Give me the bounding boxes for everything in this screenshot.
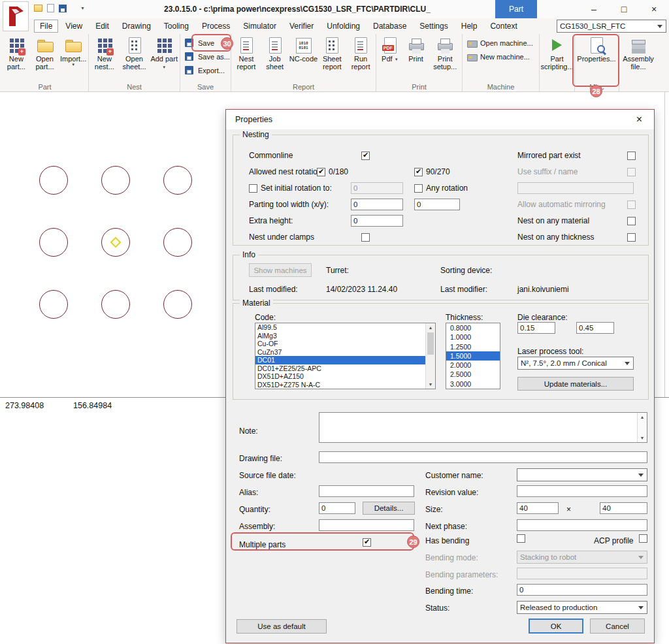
set-initial-rotation-checkbox[interactable] xyxy=(249,184,257,193)
menu-context[interactable]: Context xyxy=(484,20,523,33)
status-combo[interactable]: Released to production xyxy=(517,601,647,614)
drawing-file-field[interactable] xyxy=(319,451,647,463)
scroll-up-icon[interactable]: ▲ xyxy=(426,325,435,330)
menu-settings[interactable]: Settings xyxy=(414,20,453,33)
menu-database[interactable]: Database xyxy=(367,20,412,33)
ok-button[interactable]: OK xyxy=(529,619,583,634)
print-setup-button[interactable]: Print setup... xyxy=(429,35,461,71)
customer-name-combo[interactable] xyxy=(517,468,647,481)
sheet-report-button[interactable]: Sheet report xyxy=(318,35,346,71)
next-phase-field[interactable] xyxy=(517,519,647,531)
acp-profile-checkbox[interactable] xyxy=(639,534,647,543)
list-item[interactable]: 2.5000 xyxy=(446,370,500,379)
note-scrollbar[interactable]: ▲ ▼ xyxy=(637,413,647,442)
menu-simulator[interactable]: Simulator xyxy=(237,20,282,33)
list-item[interactable]: DX51D+AZ150 xyxy=(255,372,435,381)
die-clearance-field-1[interactable]: 0.15 xyxy=(517,322,555,334)
assembly-file-button[interactable]: Assembly file... xyxy=(620,35,657,71)
size-width-field[interactable]: 40 xyxy=(517,502,559,514)
code-list-scrollbar[interactable]: ▲ ▼ xyxy=(425,323,435,389)
size-height-field[interactable]: 40 xyxy=(600,502,647,514)
maximize-button[interactable]: □ xyxy=(609,0,639,18)
open-machine-button[interactable]: Open machine... xyxy=(463,36,538,50)
revision-value-field[interactable] xyxy=(517,485,647,497)
scroll-up-icon[interactable]: ▲ xyxy=(638,415,647,419)
pdf-button[interactable]: Pdf ▼ xyxy=(377,35,403,71)
nest-report-button[interactable]: Nest report xyxy=(232,35,261,71)
list-item[interactable]: DC01+ZE25/25-APC xyxy=(255,364,435,373)
mirrored-part-exist-checkbox[interactable] xyxy=(627,152,636,160)
list-item[interactable]: DX51D+Z275 N-A-C xyxy=(255,381,435,389)
note-field[interactable]: ▲ ▼ xyxy=(319,412,647,443)
parting-tool-x-field[interactable]: 0 xyxy=(351,199,403,210)
list-item-selected[interactable]: DC01 xyxy=(255,356,435,364)
list-item[interactable]: 3.0000 xyxy=(446,379,500,389)
window-titlebar[interactable]: ▼ 23.0.15.0 - c:\prima power\ncexpress\C… xyxy=(0,0,669,18)
scroll-down-icon[interactable]: ▼ xyxy=(638,436,647,440)
machine-select-combo[interactable]: CG1530_LSR_FTC xyxy=(557,20,666,33)
rotation-90-270-checkbox[interactable] xyxy=(414,168,423,176)
qa-open-icon[interactable] xyxy=(34,5,42,12)
has-bending-checkbox[interactable] xyxy=(517,534,525,543)
die-clearance-field-2[interactable]: 0.45 xyxy=(576,322,614,334)
list-item[interactable]: CuZn37 xyxy=(255,348,435,357)
details-button[interactable]: Details... xyxy=(363,502,415,515)
any-rotation-checkbox[interactable] xyxy=(414,184,423,193)
dialog-titlebar[interactable]: Properties × xyxy=(226,110,654,129)
nest-on-any-thickness-checkbox[interactable] xyxy=(627,233,636,242)
menu-tooling[interactable]: Tooling xyxy=(158,20,195,33)
extra-height-field[interactable]: 0 xyxy=(351,215,403,227)
close-button[interactable]: × xyxy=(639,0,669,18)
quantity-field[interactable]: 0 xyxy=(319,502,355,514)
menu-verifier[interactable]: Verifier xyxy=(284,20,319,33)
update-materials-button[interactable]: Update materials... xyxy=(517,377,634,391)
run-report-button[interactable]: Run report xyxy=(346,35,375,71)
parting-tool-y-field[interactable]: 0 xyxy=(414,199,460,210)
add-part-button[interactable]: Add part ▼ xyxy=(149,35,179,71)
part-scripting-button[interactable]: Part scripting... xyxy=(540,35,574,71)
list-item[interactable]: 1.0000 xyxy=(446,332,500,342)
part-circle[interactable] xyxy=(39,228,68,257)
list-item[interactable]: 1.2500 xyxy=(446,342,500,351)
job-sheet-button[interactable]: Job sheet xyxy=(261,35,289,71)
bending-time-field[interactable]: 0 xyxy=(517,584,647,596)
context-tab-part[interactable]: Part xyxy=(495,0,537,18)
qa-new-document-icon[interactable] xyxy=(47,4,54,12)
properties-button[interactable]: Properties... xyxy=(576,35,617,63)
list-item[interactable]: Al99.5 xyxy=(255,323,435,332)
part-circle[interactable] xyxy=(163,290,192,319)
cancel-button[interactable]: Cancel xyxy=(590,619,645,634)
menu-help[interactable]: Help xyxy=(455,20,483,33)
print-button[interactable]: Print xyxy=(403,35,429,71)
part-circle[interactable] xyxy=(101,166,130,195)
new-nest-button[interactable]: New nest... xyxy=(90,35,120,71)
nest-on-any-material-checkbox[interactable] xyxy=(627,217,636,225)
menu-file[interactable]: File xyxy=(34,20,58,33)
nest-under-clamps-checkbox[interactable] xyxy=(361,233,370,242)
material-code-listbox[interactable]: Al99.5 AlMg3 Cu-OF CuZn37 DC01 DC01+ZE25… xyxy=(255,323,436,389)
minimize-button[interactable]: – xyxy=(579,0,609,18)
alias-field[interactable] xyxy=(319,485,414,497)
multiple-parts-checkbox[interactable] xyxy=(363,538,371,547)
laser-process-tool-combo[interactable]: N², 7.5°, 2.0 mm / Conical xyxy=(517,357,634,370)
import-button[interactable]: Import... ▼ xyxy=(59,35,88,71)
scroll-thumb[interactable] xyxy=(427,332,434,355)
list-item[interactable]: Cu-OF xyxy=(255,340,435,348)
use-as-default-button[interactable]: Use as default xyxy=(237,619,327,634)
nc-code-report-button[interactable]: NC-code xyxy=(289,35,318,71)
rotation-0-180-checkbox[interactable] xyxy=(317,168,325,176)
new-part-button[interactable]: New part... xyxy=(2,35,31,71)
assembly-field[interactable] xyxy=(319,519,414,531)
menu-unfolding[interactable]: Unfolding xyxy=(321,20,366,33)
menu-drawing[interactable]: Drawing xyxy=(116,20,157,33)
open-sheet-button[interactable]: Open sheet... xyxy=(120,35,150,71)
menu-view[interactable]: View xyxy=(59,20,88,33)
list-item[interactable]: AlMg3 xyxy=(255,332,435,340)
material-thickness-listbox[interactable]: 0.8000 1.0000 1.2500 1.5000 2.0000 2.500… xyxy=(446,323,500,389)
scroll-down-icon[interactable]: ▼ xyxy=(426,382,435,387)
menu-edit[interactable]: Edit xyxy=(90,20,115,33)
list-item-selected[interactable]: 1.5000 xyxy=(446,351,500,361)
export-button[interactable]: Export... xyxy=(181,63,230,77)
part-circle[interactable] xyxy=(39,290,68,319)
part-circle[interactable] xyxy=(39,166,68,195)
